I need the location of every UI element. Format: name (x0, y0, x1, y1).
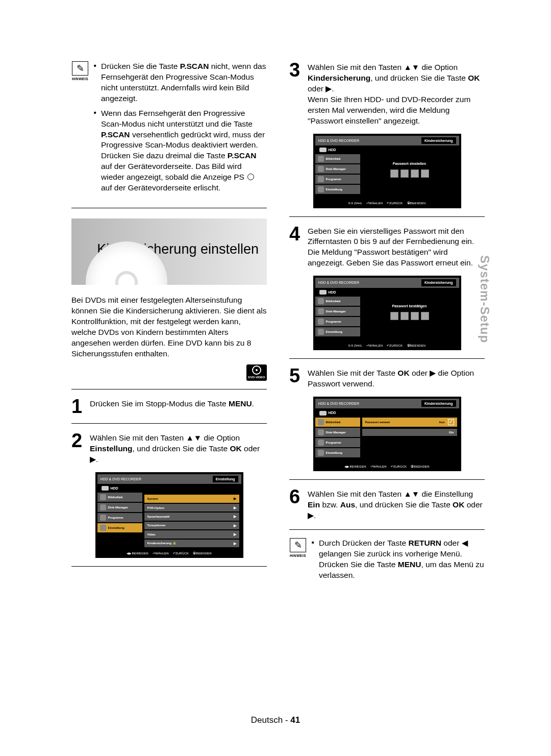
osd-side-item: Einstellung (97, 523, 142, 532)
password-boxes (362, 312, 457, 320)
step-1: 1 Drücken Sie im Stopp-Modus die Taste M… (71, 398, 267, 415)
note-icon: ✎ (290, 538, 306, 552)
osd-screen-use-password: HDD & DVD RECORDERKindersicherung HDD Bi… (313, 397, 461, 471)
hdd-icon (319, 411, 327, 416)
intro-text: Bei DVDs mit einer festgelegten Altersei… (71, 295, 267, 359)
note-bullet: Durch Drücken der Taste RETURN oder ◀ ge… (312, 538, 485, 581)
osd-menu-item: Kindersicherung 🔒▶ (144, 540, 239, 547)
password-boxes (362, 169, 457, 178)
right-column: 3 Wählen Sie mit den Tasten ▲▼ die Optio… (289, 61, 485, 592)
dvd-video-icon: DVD-VIDEO (246, 364, 267, 381)
osd-menu-item: PVR-Option▶ (144, 504, 239, 511)
manual-page: System-Setup ✎ HINWEIS Drücken Sie die T… (0, 0, 551, 756)
note-label: HINWEIS (290, 553, 306, 558)
note-bottom: ✎ HINWEIS Durch Drücken der Taste RETURN… (289, 538, 485, 585)
step-3: 3 Wählen Sie mit den Tasten ▲▼ die Optio… (289, 61, 485, 127)
note-label: HINWEIS (72, 77, 88, 81)
osd-menu-item: System▶ (144, 495, 239, 502)
checkmark-icon (448, 419, 454, 425)
section-title-box: Kindersicherung einstellen (71, 218, 267, 285)
step-6: 6 Wählen Sie mit den Tasten ▲▼ die Einst… (289, 488, 485, 521)
osd-side-item: Bibliothek (97, 493, 142, 502)
page-footer: Deutsch - 41 (0, 715, 551, 725)
osd-side-item: Disk-Manager (97, 503, 142, 512)
osd-screen-confirm-password: HDD & DVD RECORDERKindersicherung HDD Bi… (313, 276, 461, 350)
osd-option-row: Passwort verwen Aus (362, 418, 457, 427)
step-2: 2 Wählen Sie mit den Tasten ▲▼ die Optio… (71, 432, 267, 465)
osd-option-row: Ein (362, 429, 457, 436)
osd-screen-set-password: HDD & DVD RECORDERKindersicherung HDD Bi… (313, 134, 461, 208)
left-column: ✎ HINWEIS Drücken Sie die Taste P.SCAN n… (71, 61, 267, 592)
step-5: 5 Wählen Sie mit der Taste OK oder ▶ die… (289, 367, 485, 389)
note-bullet: Drücken Sie die Taste P.SCAN nicht, wenn… (94, 61, 267, 104)
osd-menu-item: Tonoptionen▶ (144, 522, 239, 529)
osd-side-item: Programm (97, 513, 142, 522)
step-4: 4 Geben Sie ein vierstelliges Passwort m… (289, 225, 485, 269)
osd-menu-item: Video▶ (144, 530, 239, 538)
note-top: ✎ HINWEIS Drücken Sie die Taste P.SCAN n… (71, 61, 267, 198)
password-prompt: Passwort einstellen (362, 161, 457, 166)
note-bullet: Wenn das Fernsehgerät den Progressive Sc… (94, 108, 267, 193)
section-tab: System-Setup (478, 255, 492, 343)
osd-menu-item: Sprachauswahl▶ (144, 513, 239, 520)
hdd-icon (102, 486, 109, 491)
osd-screen-settings: HDD & DVD RECORDEREinstellung HDD Biblio… (95, 472, 243, 558)
hdd-icon (319, 290, 327, 295)
ps-indicator-icon (247, 174, 254, 180)
note-icon: ✎ (72, 61, 88, 76)
password-prompt: Passwort bestätigen (362, 304, 457, 308)
hdd-icon (319, 148, 327, 152)
